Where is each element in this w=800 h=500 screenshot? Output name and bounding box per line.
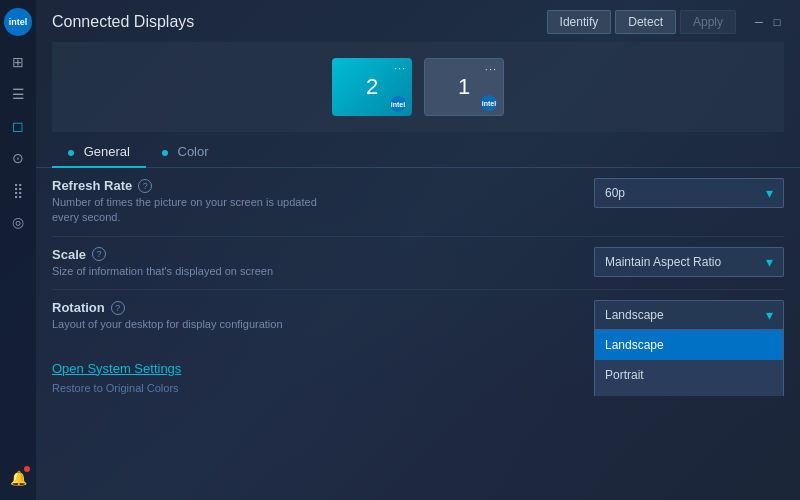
rotation-label: Rotation xyxy=(52,300,105,315)
scale-label-row: Scale ? xyxy=(52,247,578,262)
scale-dropdown[interactable]: Maintain Aspect Ratio ▾ xyxy=(594,247,784,277)
sidebar-icon-display[interactable]: ◻ xyxy=(4,112,32,140)
notification-dot xyxy=(24,466,30,472)
sidebar-icon-settings[interactable]: ◎ xyxy=(4,208,32,236)
tab-general[interactable]: General xyxy=(52,136,146,167)
identify-button[interactable]: Identify xyxy=(547,10,612,34)
scale-control: Maintain Aspect Ratio ▾ xyxy=(594,247,784,277)
tabs: General Color xyxy=(36,136,800,168)
rotation-row: Rotation ? Layout of your desktop for di… xyxy=(52,290,784,342)
scale-info: Scale ? Size of information that's displ… xyxy=(52,247,578,279)
scale-label: Scale xyxy=(52,247,86,262)
display-preview-area: ··· 2 intel ··· 1 intel xyxy=(52,42,784,132)
window-controls: ─ □ xyxy=(752,15,784,29)
sidebar-icon-menu[interactable]: ☰ xyxy=(4,80,32,108)
refresh-rate-row: Refresh Rate ? Number of times the pictu… xyxy=(52,168,784,237)
sidebar-icon-3d[interactable]: ⊙ xyxy=(4,144,32,172)
header-buttons: Identify Detect Apply xyxy=(547,10,736,34)
refresh-rate-arrow: ▾ xyxy=(766,185,773,201)
monitor-1-dots: ··· xyxy=(485,63,497,75)
rotation-desc: Layout of your desktop for display confi… xyxy=(52,317,332,332)
main-panel: Connected Displays Identify Detect Apply… xyxy=(36,0,800,500)
rotation-option-landscape[interactable]: Landscape xyxy=(595,330,783,360)
rotation-dropdown[interactable]: Landscape ▾ Landscape Portrait Landscape… xyxy=(594,300,784,330)
rotation-help[interactable]: ? xyxy=(111,301,125,315)
minimize-button[interactable]: ─ xyxy=(752,15,766,29)
monitor-2-dots: ··· xyxy=(394,62,406,74)
rotation-info: Rotation ? Layout of your desktop for di… xyxy=(52,300,578,332)
refresh-rate-desc: Number of times the picture on your scre… xyxy=(52,195,332,226)
detect-button[interactable]: Detect xyxy=(615,10,676,34)
rotation-dropdown-header[interactable]: Landscape ▾ xyxy=(594,300,784,330)
rotation-control: Landscape ▾ Landscape Portrait Landscape… xyxy=(594,300,784,330)
page-title: Connected Displays xyxy=(52,13,194,31)
intel-logo: intel xyxy=(4,8,32,36)
maximize-button[interactable]: □ xyxy=(770,15,784,29)
refresh-rate-info: Refresh Rate ? Number of times the pictu… xyxy=(52,178,578,226)
tab-color[interactable]: Color xyxy=(146,136,225,167)
notification-bell[interactable]: 🔔 xyxy=(4,464,32,492)
scale-help[interactable]: ? xyxy=(92,247,106,261)
monitor-1[interactable]: ··· 1 intel xyxy=(424,58,504,116)
rotation-label-row: Rotation ? xyxy=(52,300,578,315)
refresh-rate-dropdown[interactable]: 60p ▾ xyxy=(594,178,784,208)
apply-button[interactable]: Apply xyxy=(680,10,736,34)
sidebar-icon-home[interactable]: ⊞ xyxy=(4,48,32,76)
refresh-rate-value: 60p xyxy=(605,186,625,200)
refresh-rate-label: Refresh Rate xyxy=(52,178,132,193)
scale-dropdown-btn[interactable]: Maintain Aspect Ratio ▾ xyxy=(594,247,784,277)
refresh-rate-label-row: Refresh Rate ? xyxy=(52,178,578,193)
settings-content: Refresh Rate ? Number of times the pictu… xyxy=(36,168,800,396)
rotation-value: Landscape xyxy=(605,308,664,322)
scale-row: Scale ? Size of information that's displ… xyxy=(52,237,784,290)
sidebar-icon-video[interactable]: ⣿ xyxy=(4,176,32,204)
scale-value: Maintain Aspect Ratio xyxy=(605,255,721,269)
scale-arrow: ▾ xyxy=(766,254,773,270)
monitor-1-intel-logo: intel xyxy=(481,95,497,111)
refresh-rate-help[interactable]: ? xyxy=(138,179,152,193)
refresh-rate-dropdown-btn[interactable]: 60p ▾ xyxy=(594,178,784,208)
rotation-option-portrait[interactable]: Portrait xyxy=(595,360,783,390)
monitor-1-number: 1 xyxy=(458,74,470,100)
monitor-2[interactable]: ··· 2 intel xyxy=(332,58,412,116)
rotation-option-landscape-flipped[interactable]: Landscape (flipped) xyxy=(595,390,783,395)
refresh-rate-control: 60p ▾ xyxy=(594,178,784,208)
monitor-2-number: 2 xyxy=(366,74,378,100)
rotation-menu: Landscape Portrait Landscape (flipped) P… xyxy=(594,330,784,395)
sidebar: intel ⊞ ☰ ◻ ⊙ ⣿ ◎ 🔔 xyxy=(0,0,36,500)
title-bar: Connected Displays Identify Detect Apply… xyxy=(36,0,800,42)
scale-desc: Size of information that's displayed on … xyxy=(52,264,332,279)
rotation-arrow: ▾ xyxy=(766,307,773,323)
monitor-2-intel-logo: intel xyxy=(390,96,406,112)
